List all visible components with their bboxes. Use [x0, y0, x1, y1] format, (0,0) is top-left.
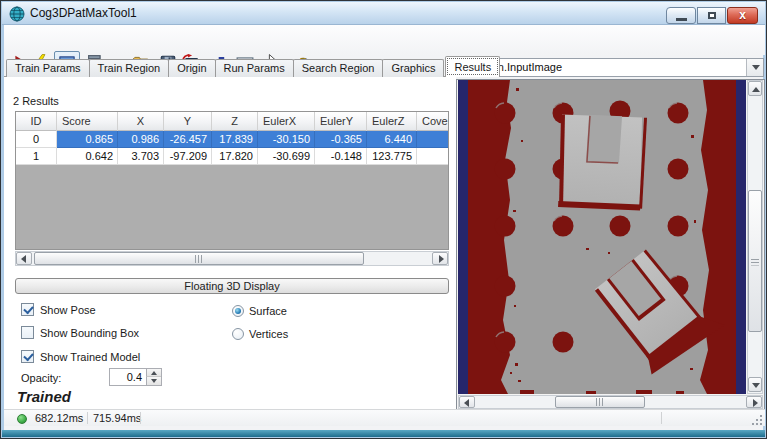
spinner-down-button[interactable] — [146, 377, 161, 385]
restore-icon — [708, 12, 716, 19]
spinner-up-button[interactable] — [146, 369, 161, 377]
checkbox-label: Show Pose — [40, 303, 96, 317]
chevron-down-icon — [752, 65, 760, 70]
cell-score[interactable]: 0.865 — [57, 131, 118, 148]
status-green-dot — [17, 414, 27, 424]
opacity-spinner[interactable]: 0.4 — [109, 368, 162, 386]
tab-search-region[interactable]: Search Region — [293, 59, 384, 77]
cell-id[interactable]: 0 — [16, 131, 57, 148]
scrollbar-thumb[interactable] — [555, 396, 645, 408]
checkbox-icon — [21, 326, 34, 339]
status-bar: 682.12ms 715.94ms — [4, 409, 765, 426]
checkbox-icon — [21, 303, 34, 316]
column-header-eulery[interactable]: EulerY — [315, 112, 367, 131]
application-window: Cog3DPatMaxTool1 x — [0, 0, 767, 439]
column-header-score[interactable]: Score — [57, 112, 118, 131]
window-bottom-border — [2, 430, 765, 437]
table-header-row: ID Score X Y Z EulerX EulerY EulerZ Cove… — [16, 112, 449, 131]
arrow-left-icon — [21, 255, 26, 263]
cell-coverage[interactable] — [417, 148, 449, 165]
image-horizontal-scrollbar[interactable] — [458, 395, 763, 409]
status-separator — [87, 412, 88, 424]
column-header-y[interactable]: Y — [164, 112, 212, 131]
cell-score[interactable]: 0.642 — [57, 148, 118, 165]
tab-graphics[interactable]: Graphics — [382, 59, 444, 77]
arrow-right-icon — [439, 255, 444, 263]
arrow-up-icon — [752, 87, 760, 92]
cell-z[interactable]: 17.820 — [212, 148, 258, 165]
cell-y[interactable]: -97.209 — [164, 148, 212, 165]
dropdown-button[interactable] — [746, 59, 763, 76]
scroll-down-button[interactable] — [748, 377, 762, 392]
cell-coverage[interactable] — [417, 131, 449, 148]
checkbox-label: Show Bounding Box — [40, 326, 139, 340]
scroll-right-button[interactable] — [746, 396, 762, 408]
run-time-label: 682.12ms — [35, 410, 83, 426]
thumb-grip-icon — [195, 255, 204, 263]
scroll-left-button[interactable] — [459, 396, 475, 408]
scroll-up-button[interactable] — [748, 81, 762, 96]
cell-eulerx[interactable]: -30.699 — [258, 148, 315, 165]
scrollbar-thumb[interactable] — [748, 190, 762, 332]
trained-status-label: Trained — [17, 388, 71, 405]
tab-results[interactable]: Results — [445, 56, 500, 77]
scrollbar-thumb[interactable] — [34, 252, 364, 265]
resize-grip[interactable] — [752, 415, 762, 425]
tab-strip: Train Params Train Region Origin Run Par… — [6, 58, 499, 77]
thumb-grip-icon — [596, 398, 605, 406]
cell-x[interactable]: 3.703 — [118, 148, 164, 165]
column-header-eulerx[interactable]: EulerX — [258, 112, 315, 131]
opacity-value[interactable]: 0.4 — [110, 369, 145, 385]
image-vertical-scrollbar[interactable] — [747, 80, 763, 394]
radio-icon — [232, 305, 244, 317]
arrow-left-icon — [464, 399, 469, 407]
close-icon: x — [728, 8, 757, 23]
cell-eulerz[interactable]: 123.775 — [367, 148, 417, 165]
scroll-right-button[interactable] — [432, 252, 448, 265]
results-table: ID Score X Y Z EulerX EulerY EulerZ Cove… — [15, 111, 449, 250]
scroll-left-button[interactable] — [16, 252, 32, 265]
app-globe-icon — [9, 6, 25, 22]
floating-3d-display-button[interactable]: Floating 3D Display — [15, 278, 449, 294]
cell-eulery[interactable]: -0.148 — [315, 148, 367, 165]
cell-eulery[interactable]: -0.365 — [315, 131, 367, 148]
table-horizontal-scrollbar[interactable] — [15, 251, 449, 266]
column-header-coverage[interactable]: Coverage — [417, 112, 449, 131]
column-header-z[interactable]: Z — [212, 112, 258, 131]
window-title: Cog3DPatMaxTool1 — [30, 2, 137, 24]
tab-origin[interactable]: Origin — [168, 59, 215, 77]
title-bar[interactable]: Cog3DPatMaxTool1 x — [2, 2, 765, 25]
minimize-button[interactable] — [666, 7, 696, 24]
tab-train-region[interactable]: Train Region — [89, 59, 170, 77]
image-source-dropdown[interactable]: LastRun.InputImage — [458, 58, 764, 77]
close-button[interactable]: x — [727, 7, 758, 24]
detected-part-1 — [554, 110, 649, 213]
column-header-eulerz[interactable]: EulerZ — [367, 112, 417, 131]
cell-z[interactable]: 17.839 — [212, 131, 258, 148]
cell-eulerx[interactable]: -30.150 — [258, 131, 315, 148]
column-header-x[interactable]: X — [118, 112, 164, 131]
cell-id[interactable]: 1 — [16, 148, 57, 165]
minimize-icon — [676, 18, 687, 21]
column-header-id[interactable]: ID — [16, 112, 57, 131]
table-row[interactable]: 1 0.642 3.703 -97.209 17.820 -30.699 -0.… — [16, 148, 449, 165]
status-separator — [661, 412, 662, 424]
tab-train-params[interactable]: Train Params — [6, 59, 90, 77]
status-separator — [140, 412, 141, 424]
cell-eulerz[interactable]: 6.440 — [367, 131, 417, 148]
cell-y[interactable]: -26.457 — [164, 131, 212, 148]
radio-label: Surface — [249, 304, 287, 318]
thumb-grip-icon — [751, 257, 759, 266]
checkbox-label: Show Trained Model — [40, 350, 140, 364]
total-time-label: 715.94ms — [93, 410, 141, 426]
table-row[interactable]: 0 0.865 0.986 -26.457 17.839 -30.150 -0.… — [16, 131, 449, 148]
arrow-down-icon — [752, 383, 760, 388]
results-count-label: 2 Results — [13, 95, 59, 107]
restore-button[interactable] — [697, 7, 726, 24]
depth-image[interactable] — [458, 80, 746, 394]
tab-run-params[interactable]: Run Params — [215, 59, 294, 77]
radio-icon — [232, 328, 244, 340]
radio-label: Vertices — [249, 327, 288, 341]
cell-x[interactable]: 0.986 — [118, 131, 164, 148]
window-frame: Cog3DPatMaxTool1 x — [0, 0, 767, 439]
